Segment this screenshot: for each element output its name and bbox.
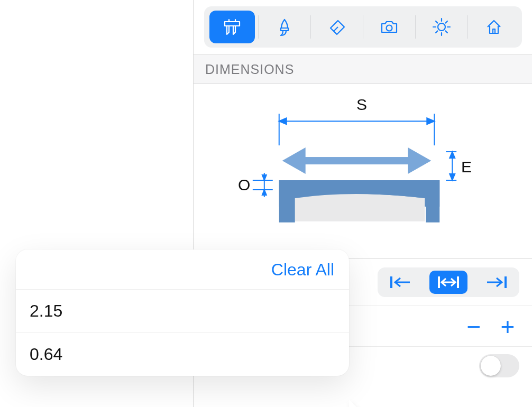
toolbar-separator [415, 15, 416, 39]
camera-icon [379, 16, 400, 38]
history-item[interactable]: 0.64 [16, 333, 349, 376]
toolbar-separator [310, 15, 311, 39]
increment-button[interactable]: + [496, 314, 519, 339]
align-right-button[interactable] [477, 271, 515, 294]
toolbar-separator [258, 15, 259, 39]
svg-marker-9 [408, 147, 431, 174]
history-popover: Clear All 2.15 0.64 [16, 249, 349, 376]
align-center-icon [436, 274, 461, 290]
svg-marker-8 [282, 147, 306, 174]
svg-rect-27 [505, 276, 507, 288]
scene-tab[interactable] [471, 11, 517, 43]
toggle-knob [481, 356, 501, 376]
svg-point-1 [438, 23, 445, 31]
snapshot-tab[interactable] [366, 11, 412, 43]
toolbar-separator [363, 15, 363, 39]
section-title: DIMENSIONS [205, 62, 294, 77]
svg-marker-19 [262, 190, 267, 195]
align-left-icon [389, 274, 413, 290]
lighting-tab[interactable] [419, 11, 464, 43]
decrement-button[interactable]: − [462, 314, 485, 339]
svg-marker-14 [450, 174, 455, 180]
align-center-button[interactable] [429, 271, 467, 294]
styles-tab[interactable] [262, 11, 307, 43]
align-left-button[interactable] [382, 271, 420, 294]
inspector-toolbar [204, 6, 522, 48]
toolbar-separator [467, 15, 468, 39]
eraser-tab[interactable] [314, 11, 360, 43]
dim-label-s: S [356, 96, 367, 114]
history-item[interactable]: 2.15 [16, 290, 349, 333]
svg-rect-25 [457, 276, 459, 288]
svg-marker-6 [427, 118, 434, 124]
popover-header: Clear All [16, 249, 349, 290]
svg-marker-13 [450, 152, 455, 158]
dim-label-o: O [238, 176, 250, 194]
dimensions-tab[interactable] [209, 11, 255, 43]
align-right-icon [484, 274, 508, 290]
svg-rect-7 [299, 157, 415, 164]
toolbar-area [194, 0, 532, 54]
sun-icon [431, 16, 452, 38]
svg-rect-24 [438, 276, 440, 288]
svg-point-0 [387, 25, 392, 31]
svg-rect-22 [390, 276, 392, 288]
eraser-icon [326, 16, 347, 38]
brush-icon [274, 16, 295, 38]
objects-toggle[interactable] [479, 354, 519, 377]
svg-marker-18 [262, 175, 267, 180]
house-icon [483, 16, 505, 38]
svg-marker-5 [279, 118, 287, 124]
section-header: DIMENSIONS [194, 54, 532, 84]
dim-label-e: E [461, 158, 472, 176]
dimensions-diagram: S E O [194, 84, 532, 258]
caliper-icon [222, 16, 243, 38]
clear-all-button[interactable]: Clear All [271, 260, 334, 280]
alignment-segmented [378, 267, 519, 297]
